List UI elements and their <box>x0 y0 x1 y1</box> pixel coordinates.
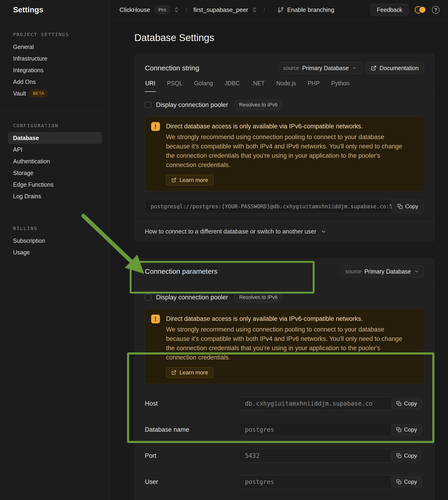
sidebar-item-label: Authentication <box>13 158 50 165</box>
tab-dotnet[interactable]: .NET <box>251 80 265 92</box>
chevron-down-icon <box>352 66 357 71</box>
sidebar-item-label: General <box>13 44 34 50</box>
copy-label: Copy <box>405 203 418 210</box>
documentation-label: Documentation <box>380 65 419 71</box>
sidebar-item-integrations[interactable]: Integrations <box>8 64 102 76</box>
alert-icon: ! <box>151 315 160 323</box>
sidebar-title: Settings <box>0 0 110 19</box>
settings-sidebar: Settings PROJECT SETTINGS General Infras… <box>0 0 110 500</box>
connection-parameters-card: Connection parameters source Primary Dat… <box>134 258 434 500</box>
sidebar-item-vault[interactable]: Vault BETA <box>8 88 102 99</box>
copy-user-button[interactable]: Copy <box>391 476 422 487</box>
learn-more-button[interactable]: Learn more <box>166 367 213 378</box>
connection-parameters-header: Connection parameters source Primary Dat… <box>135 259 434 284</box>
org-breadcrumb[interactable]: ClickHouse <box>119 6 150 14</box>
org-avatar[interactable] <box>415 5 426 15</box>
sidebar-item-edge-functions[interactable]: Edge Functions <box>8 179 102 190</box>
sidebar-item-usage[interactable]: Usage <box>8 247 102 258</box>
tab-jdbc[interactable]: JDBC <box>224 80 240 92</box>
display-connection-pooler-checkbox[interactable] <box>145 101 151 108</box>
copy-icon <box>396 427 401 432</box>
main-content: Database Settings Connection string sour… <box>110 20 448 500</box>
connection-string-card: Connection string source Primary Databas… <box>134 54 434 241</box>
sidebar-item-log-drains[interactable]: Log Drains <box>8 190 102 202</box>
sidebar-item-subscription[interactable]: Subscription <box>8 235 102 247</box>
sidebar-item-label: Edge Functions <box>13 181 54 188</box>
git-branch-icon <box>277 6 284 13</box>
external-link-icon <box>171 178 176 183</box>
sidebar-item-database[interactable]: Database <box>8 132 102 144</box>
learn-more-label: Learn more <box>179 177 208 183</box>
sidebar-item-label: Log Drains <box>13 193 41 200</box>
source-select[interactable]: source Primary Database <box>340 266 424 277</box>
copy-host-button[interactable]: Copy <box>391 398 422 409</box>
tab-uri[interactable]: URI <box>145 80 156 92</box>
card-title: Connection parameters <box>145 267 218 276</box>
copy-icon <box>396 453 401 458</box>
copy-label: Copy <box>404 426 417 433</box>
feedback-button[interactable]: Feedback <box>370 4 409 16</box>
connection-uri-field[interactable]: postgresql://postgres:[YOUR-PASSWORD]@db… <box>145 200 424 213</box>
beta-badge: BETA <box>30 90 47 97</box>
copy-label: Copy <box>404 452 417 459</box>
tab-php[interactable]: PHP <box>307 80 320 92</box>
breadcrumb-separator: / <box>186 6 187 14</box>
connection-uri-value: postgresql://postgres:[YOUR-PASSWORD]@db… <box>145 200 424 213</box>
source-select[interactable]: source Primary Database <box>278 62 362 74</box>
param-row-host: Host db.cxhygiuitamxhniiddjm.supabase.co… <box>145 397 424 410</box>
sidebar-item-label: Storage <box>13 170 33 176</box>
breadcrumb-separator: / <box>264 6 265 14</box>
ipv6-badge: Resolves to IPv6 <box>234 100 283 110</box>
host-field[interactable]: db.cxhygiuitamxhniiddjm.supabase.co Copy <box>239 397 424 410</box>
copy-port-button[interactable]: Copy <box>391 450 422 461</box>
connection-string-header: Connection string source Primary Databas… <box>135 54 434 92</box>
sidebar-item-label: Integrations <box>13 67 44 74</box>
app-window: Settings PROJECT SETTINGS General Infras… <box>0 0 448 500</box>
learn-more-label: Learn more <box>179 369 208 376</box>
sidebar-item-label: Infrastructure <box>13 55 47 62</box>
enable-branching-button[interactable]: Enable branching <box>287 6 334 14</box>
param-label: User <box>145 478 239 485</box>
database-name-field[interactable]: postgres Copy <box>239 423 424 436</box>
documentation-button[interactable]: Documentation <box>366 62 424 74</box>
port-field[interactable]: 5432 Copy <box>239 449 424 463</box>
page-title: Database Settings <box>134 32 434 44</box>
copy-label: Copy <box>404 479 417 485</box>
source-label: source <box>345 268 361 275</box>
chevrons-up-down-icon[interactable] <box>252 7 257 13</box>
sidebar-item-api[interactable]: API <box>8 144 102 155</box>
section-heading-project-settings: PROJECT SETTINGS <box>13 32 97 37</box>
project-breadcrumb[interactable]: first_supabase_peer <box>193 6 248 14</box>
help-icon[interactable]: ? <box>432 6 440 14</box>
source-value: Primary Database <box>364 268 411 275</box>
sidebar-item-label: Add Ons <box>13 79 36 85</box>
sidebar-divider <box>0 110 110 111</box>
copy-uri-button[interactable]: Copy <box>392 200 424 213</box>
tab-golang[interactable]: Golang <box>194 80 213 92</box>
chevrons-up-down-icon[interactable] <box>174 7 179 13</box>
ipv6-badge: Resolves to IPv6 <box>234 292 283 302</box>
sidebar-item-label: Usage <box>13 249 30 256</box>
display-connection-pooler-checkbox[interactable] <box>145 294 151 300</box>
user-field[interactable]: postgres Copy <box>239 475 424 489</box>
param-label: Port <box>145 452 239 459</box>
connect-help-toggle[interactable]: How to connect to a different database o… <box>135 222 434 241</box>
sidebar-item-infrastructure[interactable]: Infrastructure <box>8 53 102 64</box>
sidebar-item-storage[interactable]: Storage <box>8 167 102 179</box>
tab-psql[interactable]: PSQL <box>166 80 183 92</box>
tab-python[interactable]: Python <box>331 80 350 92</box>
sidebar-item-label: API <box>13 146 22 153</box>
learn-more-button[interactable]: Learn more <box>166 175 213 185</box>
sidebar-item-general[interactable]: General <box>8 41 102 53</box>
connect-help-label: How to connect to a different database o… <box>145 228 317 235</box>
header-actions: Feedback ? <box>370 4 440 16</box>
chevron-down-icon <box>321 229 327 235</box>
section-heading-billing: BILLING <box>13 226 97 231</box>
sidebar-item-add-ons[interactable]: Add Ons <box>8 76 102 88</box>
pooler-toggle-row: Display connection pooler Resolves to IP… <box>145 100 424 110</box>
tab-nodejs[interactable]: Node.js <box>276 80 297 92</box>
copy-database-name-button[interactable]: Copy <box>391 424 422 435</box>
copy-label: Copy <box>404 400 417 407</box>
sidebar-item-label: Subscription <box>13 237 45 244</box>
sidebar-item-authentication[interactable]: Authentication <box>8 155 102 167</box>
